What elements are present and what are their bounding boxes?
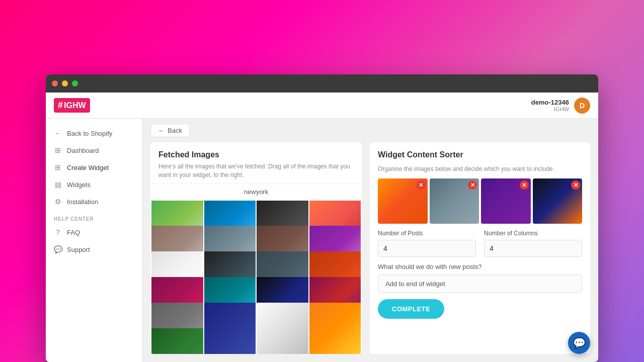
- chat-icon: 💬: [573, 337, 586, 349]
- body: ← Back to Shopify ⊞ Dashboard ⊞ Create W…: [46, 119, 598, 362]
- preview-image-2[interactable]: ✕: [430, 178, 479, 224]
- sidebar-item-support[interactable]: 💬 Support: [46, 241, 142, 258]
- num-posts-group: Number of Posts: [378, 230, 476, 257]
- create-widget-icon: ⊞: [54, 163, 62, 171]
- tag-bar: newyork: [150, 184, 362, 200]
- sidebar: ← Back to Shopify ⊞ Dashboard ⊞ Create W…: [46, 119, 142, 362]
- sorter-desc: Organise the images below and decide whi…: [378, 165, 582, 172]
- preview-image-1[interactable]: ✕: [378, 178, 428, 224]
- new-posts-label: What should we do with new posts?: [378, 263, 582, 270]
- remove-image-1-button[interactable]: ✕: [417, 180, 426, 190]
- sidebar-item-label: Support: [67, 246, 90, 253]
- sidebar-item-label: Back to Shopify: [67, 130, 112, 137]
- image-placeholder: [257, 303, 308, 354]
- help-center-label: HELP CENTER: [46, 210, 142, 224]
- sidebar-item-faq[interactable]: ? FAQ: [46, 224, 142, 241]
- support-icon: 💬: [54, 245, 62, 253]
- sidebar-item-widgets[interactable]: ▤ Widgets: [46, 176, 142, 193]
- sidebar-item-label: Dashboard: [67, 147, 99, 154]
- sorter-panel: Widget Content Sorter Organise the image…: [370, 142, 590, 354]
- user-text: demo-12346 IGHW: [531, 99, 569, 112]
- num-cols-input[interactable]: [484, 240, 582, 257]
- list-item[interactable]: [151, 328, 203, 354]
- minimize-button[interactable]: [62, 80, 68, 86]
- num-posts-input[interactable]: [378, 240, 476, 257]
- fetched-panel-title: Fetched Images: [158, 150, 354, 159]
- header: # IGHW demo-12346 IGHW D: [46, 93, 598, 119]
- content-area: Fetched Images Here's all the images tha…: [142, 142, 598, 362]
- image-placeholder: [151, 328, 203, 354]
- remove-image-2-button[interactable]: ✕: [468, 180, 477, 190]
- num-posts-label: Number of Posts: [378, 230, 476, 237]
- list-item[interactable]: [204, 303, 256, 354]
- num-cols-label: Number of Columns: [484, 230, 582, 237]
- maximize-button[interactable]: [72, 80, 78, 86]
- user-info: demo-12346 IGHW D: [531, 98, 590, 114]
- sidebar-item-installation[interactable]: ⚙ Installation: [46, 193, 142, 210]
- logo-text: IGHW: [64, 101, 86, 110]
- sidebar-item-label: Create Widget: [67, 164, 109, 171]
- logo: # IGHW: [54, 98, 90, 113]
- close-button[interactable]: [52, 80, 58, 86]
- back-bar: ← Back: [142, 119, 598, 142]
- list-item[interactable]: [257, 303, 308, 354]
- app-window: # IGHW demo-12346 IGHW D ← Back to Shopi…: [46, 74, 598, 362]
- sidebar-item-label: Installation: [67, 198, 98, 206]
- preview-row: ✕ ✕ ✕ ✕: [378, 178, 582, 224]
- main-content: ← Back Fetched Images Here's all the ima…: [142, 119, 598, 362]
- user-account: demo-12346: [531, 99, 569, 106]
- back-arrow-icon: ←: [158, 127, 165, 134]
- back-button-label: Back: [168, 127, 182, 134]
- image-grid: [150, 200, 362, 354]
- sidebar-item-dashboard[interactable]: ⊞ Dashboard: [46, 142, 142, 159]
- remove-image-3-button[interactable]: ✕: [520, 180, 529, 190]
- remove-image-4-button[interactable]: ✕: [571, 180, 580, 190]
- fetched-panel-desc: Here's all the images that we've fetched…: [158, 162, 354, 179]
- fields-row: Number of Posts Number of Columns: [378, 230, 582, 257]
- sidebar-item-label: Widgets: [67, 181, 91, 189]
- new-posts-section: What should we do with new posts? Add to…: [378, 263, 582, 293]
- installation-icon: ⚙: [54, 198, 62, 206]
- preview-image-3[interactable]: ✕: [481, 178, 531, 224]
- complete-button[interactable]: COMPLETE: [378, 299, 444, 319]
- widgets-icon: ▤: [54, 180, 62, 189]
- fetched-panel-header: Fetched Images Here's all the images tha…: [150, 142, 362, 184]
- dashboard-icon: ⊞: [54, 146, 62, 154]
- faq-icon: ?: [54, 228, 62, 236]
- sidebar-item-label: FAQ: [67, 229, 80, 236]
- sidebar-item-create-widget[interactable]: ⊞ Create Widget: [46, 159, 142, 176]
- list-item[interactable]: [309, 303, 361, 354]
- sidebar-item-back-shopify[interactable]: ← Back to Shopify: [46, 125, 142, 142]
- arrow-left-icon: ←: [54, 129, 62, 137]
- preview-image-4[interactable]: ✕: [533, 178, 583, 224]
- back-button[interactable]: ← Back: [150, 124, 190, 137]
- sorter-title: Widget Content Sorter: [378, 150, 582, 159]
- num-cols-group: Number of Columns: [484, 230, 582, 257]
- logo-hash-icon: #: [58, 100, 63, 111]
- avatar: D: [574, 98, 590, 114]
- chat-bubble-button[interactable]: 💬: [568, 332, 590, 354]
- image-placeholder: [204, 303, 256, 354]
- image-placeholder: [309, 303, 361, 354]
- user-app: IGHW: [531, 106, 569, 112]
- new-posts-option[interactable]: Add to end of widget: [378, 275, 582, 293]
- titlebar: [46, 74, 598, 93]
- fetched-images-panel: Fetched Images Here's all the images tha…: [150, 142, 362, 354]
